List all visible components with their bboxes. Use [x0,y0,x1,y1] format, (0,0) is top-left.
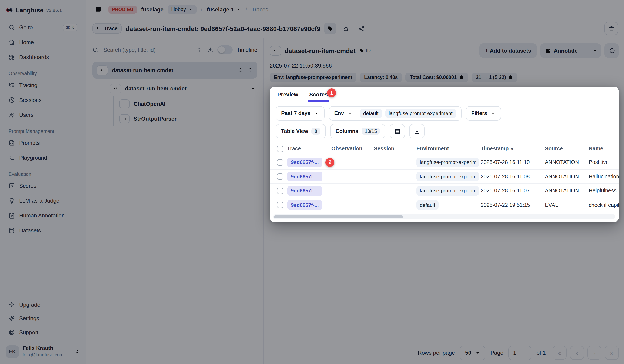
share-button[interactable] [356,23,367,34]
annotate-split-button[interactable]: Annotate [540,43,601,58]
col-timestamp[interactable]: Timestamp▼ [481,146,545,152]
tree-search-input[interactable] [103,46,193,53]
tree-node-generation[interactable]: ChatOpenAI [114,96,257,111]
span-node-icon [119,114,130,123]
plan-badge[interactable]: Hobby [168,5,197,14]
brand[interactable]: Langfuse v3.86.1 [6,4,80,17]
first-page-button[interactable]: « [552,346,567,360]
row-height-button[interactable] [390,124,405,138]
sidebar-item-llm-judge[interactable]: LLM-as-a-Judge [5,194,81,207]
sidebar-item-label: Datasets [19,227,41,234]
tree-node-root[interactable]: dataset-run-item-cmdet [92,62,257,79]
sparkle-icon [8,301,15,308]
env-filter[interactable]: Env default langfuse-prompt-experiment [329,106,462,121]
trace-id-chip[interactable]: 9ed6657f-... [287,158,323,167]
filters-button[interactable]: Filters [466,106,501,121]
delete-trace-button[interactable] [604,22,618,35]
chevron-down-icon[interactable] [250,86,256,91]
annotate-dropdown-button[interactable] [589,43,601,58]
tree-node-label: dataset-run-item-cmdet [112,67,173,73]
date-range-filter[interactable]: Past 7 days [276,106,325,121]
row-checkbox[interactable] [277,188,283,194]
source-cell: EVAL [545,202,589,208]
bookmark-star-button[interactable] [340,23,352,34]
select-all-checkbox[interactable] [277,145,283,152]
row-checkbox[interactable] [277,174,283,180]
info-icon[interactable] [508,75,513,80]
rows-per-page-select[interactable]: 50 [460,345,485,360]
tree-node-child[interactable]: dataset-run-item-cmdet [104,80,257,96]
sidebar-item-users[interactable]: Users [5,109,81,121]
env-chip-experiment[interactable]: langfuse-prompt-experiment [385,109,456,118]
row-checkbox[interactable] [277,159,283,166]
sidebar-item-upgrade[interactable]: Upgrade [5,298,81,311]
next-page-button[interactable]: › [587,346,601,360]
col-observation[interactable]: Observation [331,146,374,152]
sidebar-item-tracing[interactable]: Tracing [5,79,81,91]
table-row[interactable]: 9ed6657f-... default 2025-07-22 19:51:15… [270,198,619,212]
col-source[interactable]: Source [545,146,589,152]
trace-id-chip[interactable]: 9ed6657f-... [287,186,323,196]
table-view-button[interactable]: Table View 0 [276,124,326,138]
tab-preview[interactable]: Preview [277,91,299,102]
export-button[interactable] [409,124,424,138]
database-icon [8,227,15,234]
sliders-icon[interactable] [197,46,204,53]
download-icon[interactable] [207,46,214,53]
row-checkbox[interactable] [277,202,283,208]
timestamp-cell: 2025-07-28 16:11:08 [481,174,545,180]
avatar: FK [6,345,19,358]
filter-divider [356,109,356,117]
breadcrumb-org[interactable]: fuselage [141,6,163,13]
tokens-badge: 21 → 1 (Σ 22) [471,73,518,82]
table-row[interactable]: 9ed6657f-... langfuse-prompt-experim 202… [270,170,619,184]
trace-id-chip[interactable]: 9ed6657f-... [287,172,323,182]
name-cell: Postitive [589,159,619,165]
sidebar-item-prompts[interactable]: Prompts [5,136,81,149]
sidebar-item-datasets[interactable]: Datasets [5,224,81,237]
table-row[interactable]: 9ed6657f-... langfuse-prompt-experim 202… [270,184,619,198]
prev-page-button[interactable]: ‹ [570,346,584,360]
page-input[interactable] [509,345,531,360]
comments-button[interactable] [604,43,619,58]
last-page-button[interactable]: » [605,346,619,360]
col-trace[interactable]: Trace [287,146,331,152]
col-session[interactable]: Session [374,146,416,152]
app-window: Langfuse v3.86.1 Go to... ⌘ K Home Dashb… [0,0,624,364]
tree-node-span[interactable]: StrOutputParser [114,111,257,126]
unfold-vertical-icon[interactable] [238,67,243,73]
col-environment[interactable]: Environment [416,146,481,152]
env-chip-default[interactable]: default [360,109,382,118]
timeline-toggle[interactable] [218,46,233,54]
sidebar-item-label: Sessions [19,97,42,103]
copy-id-button[interactable]: ID [359,47,371,53]
tag-button[interactable] [324,23,336,34]
info-icon[interactable] [459,75,464,80]
sidebar-item-sessions[interactable]: Sessions [5,94,81,106]
sidebar-item-label: LLM-as-a-Judge [19,198,59,204]
horizontal-scrollbar[interactable] [273,214,616,219]
sidebar-item-human-annotation[interactable]: Human Annotation [5,209,81,222]
toggle-sidebar-button[interactable] [92,3,104,15]
add-to-datasets-button[interactable]: + Add to datasets [480,43,537,58]
columns-button[interactable]: Columns 13/15 [330,124,386,138]
sidebar-item-settings[interactable]: Settings [5,312,81,325]
goto-search[interactable]: Go to... ⌘ K [5,21,81,34]
sidebar-item-home[interactable]: Home [5,36,81,49]
table-row[interactable]: 9ed6657f-...2 langfuse-prompt-experim 20… [270,156,619,170]
sidebar-item-label: Tracing [19,82,37,88]
fold-vertical-icon[interactable] [248,67,253,73]
col-name[interactable]: Name [589,146,619,152]
trash-icon [608,25,614,32]
sidebar-item-support[interactable]: Support [5,326,81,339]
tab-scores[interactable]: Scores [308,91,329,102]
sidebar-item-dashboards[interactable]: Dashboards [5,51,81,64]
scrollbar-thumb[interactable] [274,215,403,218]
goto-shortcut: ⌘ K [63,23,78,31]
user-menu[interactable]: FK Felix Krauth felix@langfuse.com [5,344,81,359]
trace-id-chip[interactable]: 9ed6657f-... [287,200,323,210]
breadcrumb-project[interactable]: fuselage-1 [207,6,241,13]
sidebar-item-label: Playground [19,155,47,161]
sidebar-item-playground[interactable]: Playground [5,151,81,164]
sidebar-item-scores[interactable]: Scores [5,180,81,192]
